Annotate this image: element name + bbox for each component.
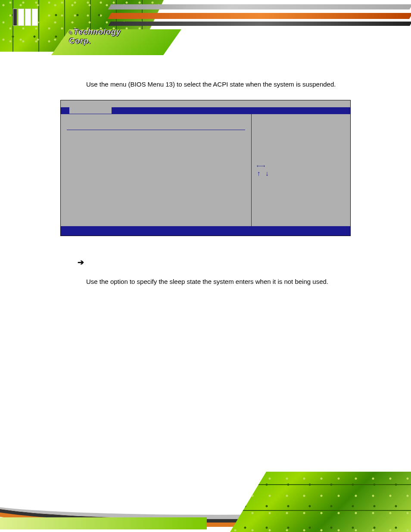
bios-help-panel: ←→ ↑ ↓ bbox=[251, 114, 350, 226]
bios-tabs bbox=[61, 107, 350, 114]
option-pre: Use the bbox=[86, 278, 110, 285]
intro-pre: Use the bbox=[86, 81, 110, 88]
brand-text: Technology Corp. bbox=[69, 28, 121, 46]
footer-green-bar bbox=[0, 517, 207, 529]
bios-footer-bar bbox=[61, 226, 350, 236]
arrow-left-right-icon: ←→ bbox=[257, 162, 345, 170]
option-paragraph: Use the option to specify the sleep stat… bbox=[78, 267, 364, 289]
page-footer-banner bbox=[0, 459, 411, 532]
brand-logo: Technology Corp. bbox=[13, 9, 116, 39]
bios-tab-active bbox=[69, 107, 112, 114]
option-post: option to specify the sleep state the sy… bbox=[110, 278, 328, 285]
bios-screenshot: ←→ ↑ ↓ bbox=[60, 100, 351, 236]
intro-post: menu (BIOS Menu 13) to select the ACPI s… bbox=[110, 81, 336, 88]
bios-divider bbox=[67, 130, 245, 130]
iei-logo-icon bbox=[13, 9, 38, 26]
intro-paragraph: Use the menu (BIOS Menu 13) to select th… bbox=[0, 60, 411, 91]
bios-title-bar bbox=[61, 100, 350, 107]
page-header-banner: Technology Corp. bbox=[0, 0, 411, 60]
bios-body: ←→ ↑ ↓ bbox=[61, 114, 350, 226]
option-section: ➔ Use the option to specify the sleep st… bbox=[0, 236, 411, 289]
bios-left-panel bbox=[61, 114, 251, 226]
arrow-right-icon: ➔ bbox=[78, 258, 84, 267]
arrow-up-down-icon: ↑ ↓ bbox=[257, 170, 345, 178]
